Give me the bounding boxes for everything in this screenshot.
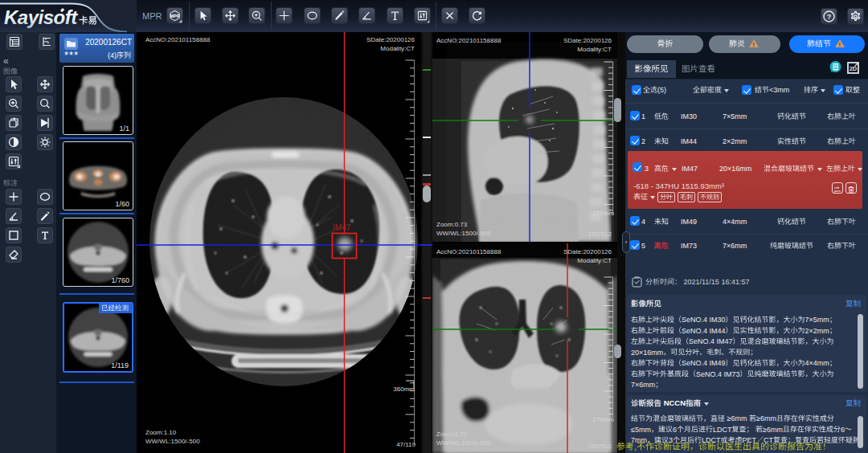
svg-text:?: ? [827,13,832,21]
svg-text:270mm: 270mm [592,416,614,423]
svg-text:SeNO.4 IM47: SeNO.4 IM47 [689,337,733,345]
svg-text:(4): (4) [108,51,117,59]
svg-text:SeNO.4 IM49: SeNO.4 IM49 [682,359,726,367]
svg-text:7×6mm: 7×6mm [631,381,655,389]
svg-text:270mm: 270mm [592,210,614,217]
svg-text:≥6mm: ≥6mm [763,426,783,434]
svg-text:(5): (5) [657,86,666,94]
svg-text:,: , [634,442,637,451]
svg-text:20×16mm: 20×16mm [631,349,663,357]
svg-text:NCCN: NCCN [661,398,686,407]
svg-text:MPR: MPR [170,14,179,18]
svg-text:2021/11/15 16:41:57: 2021/11/15 16:41:57 [682,278,749,286]
svg-text:2D: 2D [850,64,858,71]
svg-text:4×4mm: 4×4mm [805,359,829,367]
svg-text:SeNO.4 IM44: SeNO.4 IM44 [682,327,726,335]
svg-text:Kayisoft: Kayisoft [4,6,78,28]
svg-text:6: 6 [673,426,677,434]
svg-text:IM47: IM47 [333,223,351,232]
svg-text:≤5mm: ≤5mm [631,426,651,434]
svg-text:SeNO.4 IM73: SeNO.4 IM73 [696,370,740,378]
svg-text:≥6mm: ≥6mm [725,414,749,422]
svg-text:7×5mm: 7×5mm [805,316,829,324]
svg-text:2×2mm: 2×2mm [805,327,829,335]
svg-text:360mm: 360mm [393,386,415,393]
svg-text:6: 6 [841,426,845,434]
svg-text:<3mm: <3mm [769,86,789,94]
svg-text:LDCT: LDCT [713,426,732,434]
svg-text:SeNO.4 IM30: SeNO.4 IM30 [682,316,726,324]
svg-text:≥6mm: ≥6mm [756,414,776,422]
